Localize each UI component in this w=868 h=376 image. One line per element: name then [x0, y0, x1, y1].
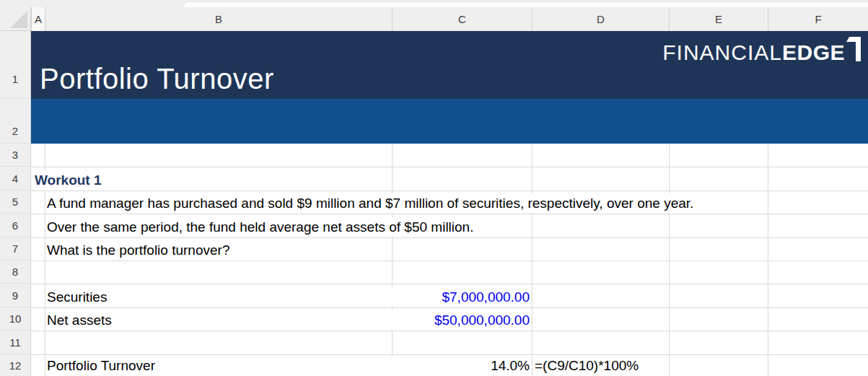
gridline-horizontal	[31, 307, 868, 308]
cell-b6-question-line2[interactable]: Over the same period, the fund held aver…	[47, 217, 478, 237]
gridline-vertical	[532, 144, 532, 376]
cell-c9-securities-value[interactable]: $7,000,000.00	[392, 287, 532, 307]
cell-d12-turnover-formula[interactable]: =(C9/C10)*100%	[535, 356, 644, 375]
row-header-7[interactable]: 7	[0, 237, 30, 261]
row-header-2[interactable]: 2	[0, 99, 30, 144]
gridline-horizontal	[31, 261, 868, 261]
row-header-9[interactable]: 9	[0, 284, 30, 307]
sheet-title: Portfolio Turnover	[40, 63, 274, 95]
top-chrome	[0, 0, 868, 7]
cell-b12-turnover-label[interactable]: Portfolio Turnover	[47, 356, 160, 375]
title-banner-cell[interactable]: Portfolio Turnover FINANCIALEDGE	[31, 31, 868, 99]
cell-c12-turnover-value[interactable]: 14.0%	[392, 356, 532, 375]
formula-bar-edge	[183, 1, 868, 7]
row-header-3[interactable]: 3	[0, 144, 30, 167]
row-header-11[interactable]: 11	[0, 331, 30, 354]
gridline-horizontal	[31, 237, 868, 238]
cell-b9-securities-label[interactable]: Securities	[47, 287, 112, 307]
logo-text-thin: FINANCIAL	[662, 40, 782, 65]
row-header-8[interactable]: 8	[0, 261, 30, 284]
row-header-6[interactable]: 6	[0, 214, 30, 237]
column-header-c[interactable]: C	[392, 7, 532, 31]
column-header-a[interactable]: A	[31, 7, 45, 31]
cell-b10-net-assets-label[interactable]: Net assets	[47, 310, 117, 330]
column-header-f[interactable]: F	[768, 7, 868, 31]
row-header-column: 1 2 3 4 5 6 7 8 9 10 11 12	[0, 31, 31, 376]
logo-corner-arrow-icon	[846, 37, 861, 61]
gridline-horizontal	[31, 284, 868, 284]
row-header-10[interactable]: 10	[0, 307, 30, 331]
cell-area: Portfolio Turnover FINANCIALEDGE Workout…	[31, 31, 868, 376]
gridline-horizontal	[31, 354, 868, 355]
gridline-horizontal	[31, 214, 868, 214]
row-header-4[interactable]: 4	[0, 167, 30, 191]
column-header-e[interactable]: E	[669, 7, 768, 31]
column-header-d[interactable]: D	[532, 7, 669, 31]
cell-b5-question-line1[interactable]: A fund manager has purchased and sold $9…	[47, 193, 698, 213]
cell-c10-net-assets-value[interactable]: $50,000,000.00	[392, 310, 532, 330]
spreadsheet: A B C D E F 1 2 3 4 5 6 7 8 9 10 11 12 P…	[0, 0, 868, 376]
banner-accent-cell[interactable]	[31, 99, 868, 144]
cell-b7-question-line3[interactable]: What is the portfolio turnover?	[47, 240, 234, 260]
gridline-horizontal	[31, 167, 868, 167]
select-all-triangle-icon	[10, 11, 27, 28]
logo-text-bold: EDGE	[782, 40, 845, 65]
column-header-row: A B C D E F	[31, 7, 868, 31]
gridline-vertical	[669, 144, 670, 376]
row-header-12[interactable]: 12	[0, 354, 30, 376]
gridline-vertical	[768, 144, 768, 376]
financial-edge-logo: FINANCIALEDGE	[662, 40, 861, 65]
gridline-horizontal	[31, 331, 868, 331]
row-header-5[interactable]: 5	[0, 191, 30, 214]
column-header-b[interactable]: B	[45, 7, 392, 31]
select-all-button[interactable]	[0, 7, 31, 31]
cell-a4-workout-heading[interactable]: Workout 1	[35, 170, 107, 190]
gridline-horizontal	[31, 191, 868, 191]
row-header-1[interactable]: 1	[0, 31, 30, 99]
gridline-vertical	[392, 144, 393, 376]
